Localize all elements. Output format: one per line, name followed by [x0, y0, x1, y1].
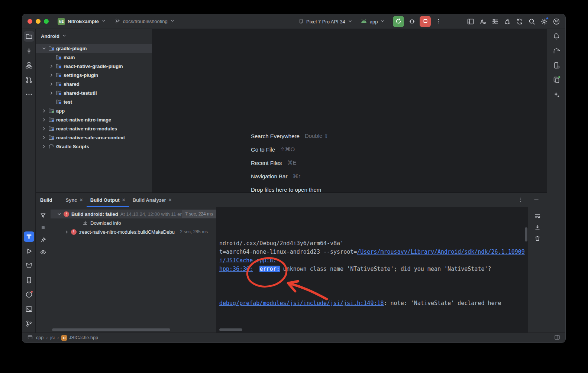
build-tree-row[interactable]: !Build android: failedAt 14.10.24, 12:00…: [51, 210, 216, 218]
close-tab-icon[interactable]: ×: [168, 197, 171, 202]
project-tree-item-app[interactable]: app: [36, 106, 152, 115]
version-control-tool-button[interactable]: [24, 318, 34, 329]
problems-tool-button[interactable]: [24, 289, 34, 300]
more-tool-button[interactable]: [24, 89, 34, 100]
stop-icon[interactable]: [39, 223, 48, 232]
project-tree-item-settings-plugin[interactable]: settings-plugin: [36, 71, 152, 80]
editor-area[interactable]: Search EverywhereDouble ⇧Go to File⇧⌘ORe…: [152, 29, 547, 192]
ai-assistant-tool-button[interactable]: [551, 89, 562, 100]
project-tree-item-main[interactable]: main: [36, 53, 152, 62]
more-v-icon[interactable]: [516, 195, 525, 204]
project-tree-item-shared-testutil[interactable]: shared-testutil: [36, 88, 152, 97]
stop-icon: [423, 18, 428, 25]
project-tree: gradle-pluginmainreact-native-gradle-plu…: [36, 43, 152, 151]
filter-icon[interactable]: [39, 211, 48, 220]
build-tree-row[interactable]: Download info: [51, 218, 216, 227]
gradle-sync-icon[interactable]: [514, 16, 525, 27]
tree-toggle-icon[interactable]: [42, 126, 48, 131]
console-link[interactable]: hpp:36:36:: [219, 266, 253, 272]
device-selector[interactable]: Pixel 7 Pro API 34: [295, 17, 355, 27]
tab-build-analyzer[interactable]: Build Analyzer×: [129, 193, 175, 207]
display-options-icon[interactable]: [490, 16, 500, 27]
project-tree-item-react-native-gradle-plugin[interactable]: react-native-gradle-plugin: [36, 62, 152, 71]
build-tool-button[interactable]: [24, 231, 34, 242]
tree-toggle-icon[interactable]: [42, 108, 48, 113]
tree-toggle-icon[interactable]: [42, 117, 48, 122]
soft-wrap-icon[interactable]: [533, 212, 542, 221]
close-tab-icon[interactable]: ×: [80, 197, 83, 202]
breadcrumb-item[interactable]: jsi: [50, 335, 55, 340]
editor-preview-icon[interactable]: [554, 334, 560, 341]
logcat-tool-button[interactable]: [24, 260, 34, 271]
project-tree-item-react-native-nitro-modules[interactable]: react-native-nitro-modules: [36, 124, 152, 133]
project-tool-button[interactable]: [24, 31, 34, 42]
chevron-down-icon: [62, 33, 67, 39]
running-devices-tool-button[interactable]: [551, 75, 562, 85]
project-tree-item-react-native-nitro-image[interactable]: react-native-nitro-image: [36, 115, 152, 124]
more-actions-button[interactable]: [433, 16, 444, 27]
device-explorer-tool-button[interactable]: [24, 275, 34, 285]
breadcrumb-item[interactable]: cpp: [36, 335, 43, 340]
tree-toggle-icon[interactable]: [64, 230, 71, 234]
hide-icon[interactable]: [532, 195, 541, 204]
notifications-tool-button[interactable]: [551, 31, 562, 42]
project-view-selector[interactable]: Android: [36, 29, 152, 43]
minimize-window-button[interactable]: [36, 19, 41, 24]
build-tabs: Sync×Build Output×Build Analyzer×: [62, 193, 175, 207]
tree-horizontal-scrollbar[interactable]: [52, 328, 170, 331]
pull-requests-tool-button[interactable]: [24, 75, 34, 85]
console-link[interactable]: i/JSICache.cpp:8:: [219, 257, 277, 264]
project-tree-item-gradle-plugin[interactable]: gradle-plugin: [36, 44, 152, 53]
breadcrumb-item[interactable]: HJSICache.hpp: [61, 335, 98, 341]
device-manager-tool-button[interactable]: [551, 60, 562, 71]
gradle-tool-button[interactable]: [551, 46, 562, 56]
tree-toggle-icon[interactable]: [49, 64, 56, 69]
console-vertical-scrollbar[interactable]: [525, 227, 527, 241]
tree-toggle-icon[interactable]: [49, 82, 56, 87]
tab-sync[interactable]: Sync×: [62, 193, 87, 207]
project-tree-item-test[interactable]: test: [36, 97, 152, 106]
tree-toggle-icon[interactable]: [42, 46, 48, 51]
tab-build-output[interactable]: Build Output×: [87, 193, 129, 207]
search-everywhere-icon[interactable]: [527, 16, 537, 27]
build-row-duration: 7 sec, 224 ms: [182, 210, 216, 218]
scroll-to-end-icon[interactable]: [533, 223, 542, 232]
close-window-button[interactable]: [28, 19, 32, 24]
run-config-selector[interactable]: app: [358, 17, 388, 26]
tree-toggle-icon[interactable]: [57, 212, 64, 217]
tree-toggle-icon[interactable]: [49, 73, 56, 78]
module-icon: [56, 72, 64, 78]
project-tree-item-react-native-safe-area-context[interactable]: react-native-safe-area-context: [36, 133, 152, 142]
console-link[interactable]: /Users/mrousavy/Library/Android/sdk/ndk/…: [357, 249, 525, 255]
zoom-window-button[interactable]: [44, 19, 49, 24]
window-layout-icon[interactable]: [465, 16, 476, 27]
build-tree-row[interactable]: !:react-native-nitro-modules:buildCMakeD…: [51, 227, 216, 236]
project-tree-item-gradle-scripts[interactable]: Gradle Scripts: [36, 142, 152, 151]
console-link[interactable]: debug/prefab/modules/jsi/include/jsi/jsi…: [219, 300, 384, 306]
tree-item-label: settings-plugin: [64, 72, 98, 78]
clear-icon[interactable]: [533, 234, 542, 243]
settings-icon[interactable]: [539, 16, 549, 27]
inspect-icon[interactable]: [39, 248, 48, 257]
console-horizontal-scrollbar[interactable]: [219, 328, 242, 331]
project-widget[interactable]: NE NitroExample: [55, 16, 109, 27]
pin-icon[interactable]: [39, 236, 48, 244]
tree-toggle-icon[interactable]: [49, 91, 56, 95]
tree-toggle-icon[interactable]: [42, 144, 48, 149]
project-tree-item-shared[interactable]: shared: [36, 80, 152, 88]
stop-button[interactable]: [420, 16, 431, 27]
tree-item-label: test: [64, 99, 72, 105]
commit-tool-button[interactable]: [24, 46, 34, 56]
terminal-tool-button[interactable]: [24, 304, 34, 314]
account-icon[interactable]: [551, 16, 562, 27]
vcs-branch-widget[interactable]: docs/troubleshooting: [112, 17, 178, 26]
profiler-icon[interactable]: [502, 16, 513, 27]
debug-button[interactable]: [406, 16, 417, 27]
translate-icon[interactable]: [478, 16, 488, 27]
rerun-button[interactable]: [393, 16, 404, 27]
close-tab-icon[interactable]: ×: [122, 197, 125, 202]
tree-toggle-icon[interactable]: [42, 135, 48, 140]
structure-tool-button[interactable]: [24, 60, 34, 71]
build-console[interactable]: ndroid/.cxx/Debug/2nd4i3y6/arm64-v8a't=a…: [216, 207, 528, 333]
run-tool-button[interactable]: [24, 246, 34, 256]
